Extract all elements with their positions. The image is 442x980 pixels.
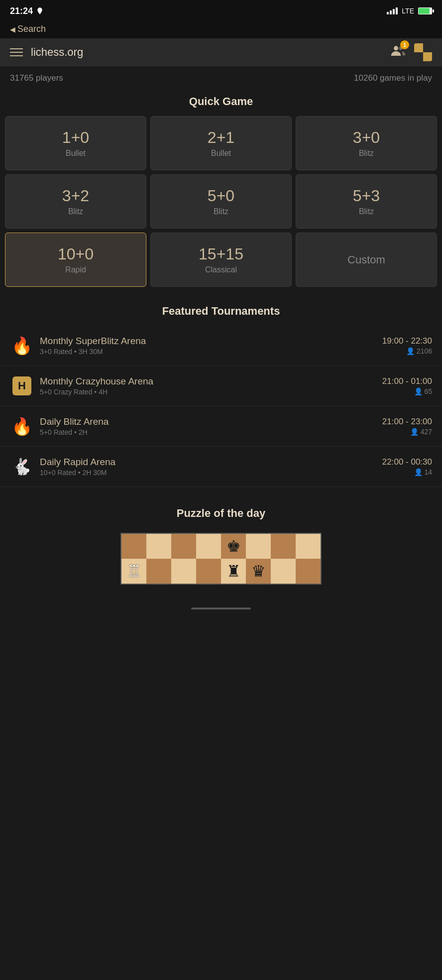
square [171, 534, 196, 559]
tournament-item-crazyhouse[interactable]: H Monthly Crazyhouse Arena 5+0 Crazy Rat… [0, 366, 442, 406]
game-cell-2plus1[interactable]: 2+1 Bullet [150, 116, 292, 170]
tournament-info: Monthly SuperBlitz Arena 3+0 Rated • 3H … [40, 336, 382, 356]
square [271, 559, 296, 584]
notification-count: 1 [400, 40, 409, 49]
black-rook-piece: ♜ [226, 562, 241, 581]
tournament-details: 10+0 Rated • 2H 30M [40, 469, 382, 477]
tournament-players: 👤 427 [382, 428, 432, 436]
menu-button[interactable] [10, 48, 23, 56]
tournament-meta: 19:00 - 22:30 👤 2106 [382, 336, 432, 355]
game-cell-1plus0[interactable]: 1+0 Bullet [5, 116, 146, 170]
signal-icon [387, 7, 398, 14]
game-time: 2+1 [208, 128, 234, 147]
tournament-meta: 21:00 - 23:00 👤 427 [382, 417, 432, 436]
status-bar: 21:24 LTE [0, 0, 442, 22]
tournament-time: 19:00 - 22:30 [382, 336, 432, 346]
tournament-details: 5+0 Crazy Rated • 4H [40, 388, 382, 396]
status-indicators: LTE [387, 7, 432, 15]
tournament-icon-crazyhouse: H [10, 374, 34, 398]
game-cell-5plus3[interactable]: 5+3 Blitz [296, 174, 437, 229]
tournament-item-superblitz[interactable]: 🔥 Monthly SuperBlitz Arena 3+0 Rated • 3… [0, 326, 442, 366]
square [196, 559, 221, 584]
puzzle-board-wrapper[interactable]: ♚ ♖ ♜ ♛ [0, 528, 442, 590]
tournament-meta: 21:00 - 01:00 👤 65 [382, 376, 432, 395]
tournament-icon-fire: 🔥 [10, 334, 34, 358]
game-type: Bullet [66, 149, 86, 158]
game-cell-3plus2[interactable]: 3+2 Blitz [5, 174, 146, 229]
game-cell-3plus0[interactable]: 3+0 Blitz [296, 116, 437, 170]
tournament-info: Daily Rapid Arena 10+0 Rated • 2H 30M [40, 457, 382, 477]
game-cell-10plus0[interactable]: 10+0 Rapid [5, 233, 146, 287]
square [271, 534, 296, 559]
puzzle-section: Puzzle of the day ♚ ♖ [0, 492, 442, 595]
back-search-button[interactable]: Search [10, 24, 432, 34]
notifications-button[interactable]: 1 [390, 43, 406, 61]
tournament-name: Daily Blitz Arena [40, 416, 382, 427]
game-type: Blitz [214, 207, 228, 216]
game-cell-15plus15[interactable]: 15+15 Classical [150, 233, 292, 287]
tournament-details: 5+0 Rated • 2H [40, 428, 382, 436]
white-rook-piece: ♖ [127, 562, 141, 581]
scroll-indicator-wrapper [0, 595, 442, 624]
square [146, 559, 171, 584]
back-label: Search [17, 24, 46, 34]
game-type: Blitz [359, 207, 374, 216]
game-time: 5+0 [208, 187, 234, 205]
scroll-indicator [191, 608, 251, 610]
square [171, 559, 196, 584]
square: ♜ [221, 559, 246, 584]
game-cell-5plus0[interactable]: 5+0 Blitz [150, 174, 292, 229]
lte-label: LTE [402, 7, 414, 15]
stats-bar: 31765 players 10260 games in play [0, 66, 442, 90]
game-time: 1+0 [62, 128, 89, 147]
nav-left: lichess.org [10, 46, 83, 59]
games-count: 10260 games in play [354, 73, 432, 83]
game-type: Classical [205, 265, 237, 274]
game-type: Blitz [68, 207, 83, 216]
tournament-meta: 22:00 - 00:30 👤 14 [382, 457, 432, 476]
tournament-players: 👤 14 [382, 468, 432, 476]
tournament-time: 22:00 - 00:30 [382, 457, 432, 467]
nav-bar: lichess.org 1 [0, 38, 442, 66]
tournament-info: Daily Blitz Arena 5+0 Rated • 2H [40, 416, 382, 436]
tournament-name: Monthly SuperBlitz Arena [40, 336, 382, 347]
location-icon [36, 7, 44, 15]
square [296, 534, 321, 559]
nav-right: 1 [390, 43, 432, 61]
black-king-piece: ♚ [226, 537, 241, 556]
tournaments-title: Featured Tournaments [0, 300, 442, 326]
tournament-name: Monthly Crazyhouse Arena [40, 376, 382, 387]
game-grid: 1+0 Bullet 2+1 Bullet 3+0 Blitz 3+2 Blit… [0, 116, 442, 287]
game-type: Bullet [211, 149, 231, 158]
square: ♚ [221, 534, 246, 559]
tournament-info: Monthly Crazyhouse Arena 5+0 Crazy Rated… [40, 376, 382, 396]
puzzle-board: ♚ ♖ ♜ ♛ [120, 533, 322, 585]
tournaments-section: Featured Tournaments 🔥 Monthly SuperBlit… [0, 295, 442, 492]
tournament-icon-fire2: 🔥 [10, 414, 34, 438]
tournament-name: Daily Rapid Arena [40, 457, 382, 468]
status-time: 21:24 [10, 6, 44, 16]
game-type: Rapid [65, 265, 86, 274]
tournament-details: 3+0 Rated • 3H 30M [40, 348, 382, 356]
game-time: 5+3 [353, 187, 380, 205]
square [146, 534, 171, 559]
battery-icon [418, 7, 432, 14]
tournament-icon-rabbit: 🐇 [10, 455, 34, 479]
tournament-item-daily-blitz[interactable]: 🔥 Daily Blitz Arena 5+0 Rated • 2H 21:00… [0, 406, 442, 447]
custom-label: Custom [347, 253, 385, 266]
game-time: 10+0 [58, 245, 94, 263]
game-cell-custom[interactable]: Custom [296, 233, 437, 287]
square: ♛ [246, 559, 271, 584]
square [296, 559, 321, 584]
tournament-time: 21:00 - 01:00 [382, 376, 432, 386]
square [196, 534, 221, 559]
tournament-players: 👤 2106 [382, 347, 432, 355]
tournament-item-daily-rapid[interactable]: 🐇 Daily Rapid Arena 10+0 Rated • 2H 30M … [0, 447, 442, 487]
chess-logo-button[interactable] [414, 43, 432, 61]
square [246, 534, 271, 559]
game-time: 15+15 [199, 245, 243, 263]
tournament-players: 👤 65 [382, 387, 432, 395]
tournament-time: 21:00 - 23:00 [382, 417, 432, 427]
square [121, 534, 146, 559]
app-title: lichess.org [31, 46, 83, 59]
